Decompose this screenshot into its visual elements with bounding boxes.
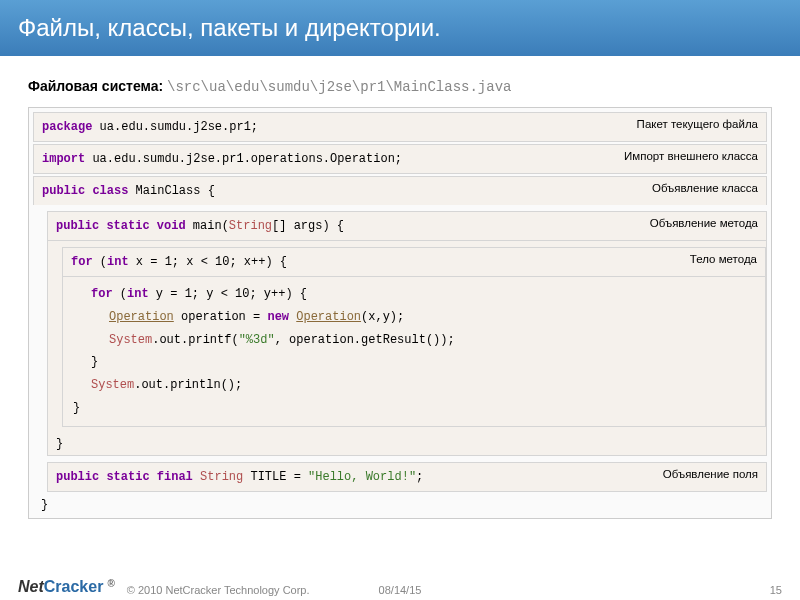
- for1-code: for (int x = 1; x < 10; x++) {: [63, 248, 595, 276]
- method-sig: public static void main(String[] args) {: [48, 212, 596, 240]
- code-container: package ua.edu.sumdu.j2se.pr1; Пакет тек…: [28, 107, 772, 519]
- package-row: package ua.edu.sumdu.j2se.pr1; Пакет тек…: [33, 112, 767, 142]
- fs-path: \src\ua\edu\sumdu\j2se\pr1\MainClass.jav…: [167, 79, 511, 95]
- copyright: © 2010 NetCracker Technology Corp.: [127, 584, 310, 596]
- logo: NetCracker®: [18, 578, 115, 596]
- field-label: Объявление поля: [596, 463, 766, 491]
- printf-line: System.out.printf("%3d", operation.getRe…: [73, 329, 755, 352]
- slide-footer: NetCracker® © 2010 NetCracker Technology…: [0, 572, 800, 600]
- field-row: public static final String TITLE = "Hell…: [47, 462, 767, 492]
- body-header: for (int x = 1; x < 10; x++) { Тело мето…: [63, 248, 765, 277]
- page-number: 15: [770, 584, 782, 596]
- filesystem-line: Файловая система: \src\ua\edu\sumdu\j2se…: [28, 78, 772, 95]
- method-block: public static void main(String[] args) {…: [47, 211, 767, 456]
- slide-title: Файлы, классы, пакеты и директории.: [18, 14, 782, 42]
- body-label: Тело метода: [595, 248, 765, 276]
- package-label: Пакет текущего файла: [596, 113, 766, 141]
- println-line: System.out.println();: [73, 374, 755, 397]
- slide-content: Файловая система: \src\ua\edu\sumdu\j2se…: [0, 56, 800, 519]
- body-code: for (int y = 1; y < 10; y++) { Operation…: [63, 277, 765, 426]
- body-block: for (int x = 1; x < 10; x++) { Тело мето…: [62, 247, 766, 427]
- slide-header: Файлы, классы, пакеты и директории.: [0, 0, 800, 56]
- class-label: Объявление класса: [596, 177, 766, 205]
- class-close: }: [33, 496, 767, 514]
- footer-date: 08/14/15: [379, 584, 422, 596]
- import-code: import ua.edu.sumdu.j2se.pr1.operations.…: [34, 145, 596, 173]
- import-label: Импорт внешнего класса: [596, 145, 766, 173]
- class-row: public class MainClass { Объявление клас…: [33, 176, 767, 205]
- method-header: public static void main(String[] args) {…: [48, 212, 766, 241]
- package-code: package ua.edu.sumdu.j2se.pr1;: [34, 113, 596, 141]
- class-code: public class MainClass {: [34, 177, 596, 205]
- method-label: Объявление метода: [596, 212, 766, 240]
- for2-line: for (int y = 1; y < 10; y++) {: [73, 283, 755, 306]
- field-code: public static final String TITLE = "Hell…: [48, 463, 596, 491]
- method-close: }: [48, 433, 766, 455]
- close-inner: }: [73, 351, 755, 374]
- fs-label: Файловая система:: [28, 78, 167, 94]
- close-outer-for: }: [73, 397, 755, 420]
- op-line: Operation operation = new Operation(x,y)…: [73, 306, 755, 329]
- import-row: import ua.edu.sumdu.j2se.pr1.operations.…: [33, 144, 767, 174]
